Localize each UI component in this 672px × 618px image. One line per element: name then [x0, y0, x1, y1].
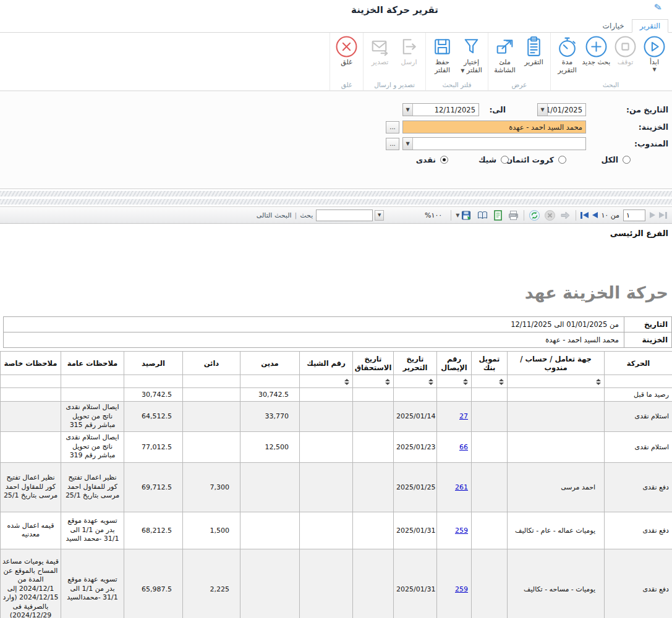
splitter-bar[interactable] [0, 191, 672, 197]
table-row: التاريخ من 01/01/2025 الى 12/11/2025 [4, 317, 672, 332]
sort-icon[interactable] [428, 379, 433, 385]
radio-circle[interactable] [623, 156, 631, 164]
cell-notes-general [61, 388, 124, 402]
table-row: الخزينة محمد السيد احمد - عهدة [4, 332, 672, 348]
treasury-label: الخزينة: [639, 121, 668, 133]
first-page-button[interactable] [579, 211, 590, 220]
cell-issue-date [394, 388, 437, 402]
cell-balance: 69,712.5 [124, 462, 183, 512]
cell-notes-private: قيمة يوميات مساعد المساح بالموقع عن المد… [1, 549, 61, 618]
sort-icon[interactable] [385, 379, 390, 385]
find-next-button[interactable]: البحث التالى [257, 211, 292, 219]
tab-report[interactable]: التقرير [632, 19, 668, 33]
agent-combobox[interactable]: ▼ [402, 137, 586, 150]
print-layout-icon[interactable] [477, 210, 488, 221]
save-icon [431, 35, 454, 58]
sort-cell [394, 375, 437, 388]
sort-icon[interactable] [463, 379, 468, 385]
treasury-browse-button[interactable]: ... [386, 121, 399, 133]
triangle-right-icon [659, 212, 665, 218]
export-button[interactable]: تصدير [365, 34, 394, 67]
ribbon-group-export: ارسل تصدير تصدير و ارسال [363, 33, 425, 90]
stop-label: توقف [618, 59, 633, 67]
plus-circle-icon [585, 35, 608, 58]
choose-filter-button[interactable]: إختيار الفلتر ▼ [457, 34, 486, 75]
date-to-value: 12/11/2025 [413, 106, 478, 114]
page-setup-icon[interactable] [492, 210, 504, 221]
cell-issue-date: 2025/01/31 [394, 549, 437, 618]
date-from-label: التاريخ من: [626, 103, 668, 116]
report-view-button[interactable]: التقرير [519, 34, 548, 67]
chevron-down-icon[interactable]: ▼ [403, 138, 413, 150]
close-button[interactable]: غلق [332, 34, 361, 67]
next-page-button[interactable] [648, 211, 657, 219]
radio-cash[interactable]: نقدى [416, 155, 448, 164]
stop-button[interactable]: توقف [611, 34, 640, 67]
start-button[interactable]: ابدأ ▼ [640, 34, 669, 72]
report-duration-button[interactable]: مدة التقرير [553, 34, 582, 75]
receipt-link[interactable]: 261 [455, 483, 468, 491]
cell-debit: 33,770 [240, 402, 300, 432]
table-header-row: الحركة جهة تعامل / حساب /مندوب تمويل بنك… [1, 352, 672, 375]
cell-balance: 65,987.5 [124, 549, 183, 618]
sort-icon[interactable] [596, 379, 601, 385]
save-filter-button[interactable]: حفظ الفلتر [428, 34, 457, 75]
previous-page-button[interactable] [590, 211, 600, 219]
date-from-combobox[interactable]: 01/01/2025 ▼ [537, 103, 586, 116]
zoom-combobox[interactable]: ١٠٠% ▼ [374, 209, 447, 221]
print-icon[interactable] [508, 210, 519, 221]
splitter-bar[interactable] [0, 199, 672, 205]
send-button[interactable]: ارسل [394, 34, 423, 67]
date-to-combobox[interactable]: 12/11/2025 ▼ [402, 103, 479, 116]
cell-credit: 7,300 [183, 462, 240, 512]
sort-cell [353, 375, 394, 388]
choose-filter-label: إختيار الفلتر ▼ [457, 59, 486, 75]
agent-browse-button[interactable]: ... [386, 138, 399, 150]
receipt-link[interactable]: 259 [455, 585, 468, 593]
cell-due-date [353, 462, 394, 512]
cell-debit: 30,742.5 [240, 388, 300, 402]
cell-movement: دفع نقدى [605, 549, 672, 618]
radio-all[interactable]: الكل [602, 155, 631, 164]
envelope-export-icon [368, 35, 391, 58]
chevron-down-icon[interactable]: ▼ [375, 210, 384, 221]
tab-options[interactable]: خيارات [595, 20, 632, 32]
last-page-button[interactable] [657, 211, 669, 220]
export-dropdown[interactable]: ▼ [454, 208, 475, 222]
cell-receipt: 27 [437, 402, 472, 432]
radio-check[interactable]: شيك [478, 155, 509, 164]
table-row: استلام نقدى 27 2025/01/14 33,770 64,512.… [1, 402, 672, 432]
chevron-down-icon[interactable]: ▼ [538, 104, 548, 116]
chevron-down-icon[interactable]: ▼ [403, 104, 413, 116]
sort-cell [124, 375, 183, 388]
sort-icon[interactable] [499, 379, 504, 385]
search-input[interactable] [316, 210, 373, 221]
send-icon [398, 35, 420, 58]
current-page-input[interactable] [623, 210, 645, 221]
bar-icon [665, 212, 667, 219]
radio-circle-selected[interactable] [440, 156, 448, 164]
refresh-icon[interactable] [529, 210, 540, 221]
col-notes-private: ملاحظات خاصة [1, 352, 61, 375]
cell-check-no [300, 462, 353, 512]
radio-circle[interactable] [501, 156, 509, 164]
cell-balance: 77,012.5 [124, 431, 183, 462]
fullscreen-label: ملئ الشاشة [490, 59, 519, 75]
back-arrow-icon[interactable] [559, 210, 571, 221]
title-bar: ✎ تقرير حركة الخزينة [0, 0, 672, 19]
receipt-link[interactable]: 259 [455, 527, 468, 535]
fullscreen-button[interactable]: ملئ الشاشة [490, 34, 519, 75]
new-search-button[interactable]: بحث جديد [582, 34, 611, 67]
cell-receipt [437, 388, 472, 402]
cell-due-date [353, 512, 394, 549]
stop-loading-icon[interactable] [544, 210, 556, 221]
radio-credit-cards[interactable]: كروت ائتمان [506, 155, 566, 164]
treasury-field[interactable]: محمد السيد احمد - عهدة [402, 121, 586, 133]
radio-circle[interactable] [558, 156, 566, 164]
funnel-icon [460, 35, 483, 58]
sort-icon[interactable] [344, 379, 349, 385]
find-button[interactable]: بحث [300, 211, 313, 219]
receipt-link[interactable]: 66 [459, 443, 468, 451]
receipt-link[interactable]: 27 [459, 412, 468, 420]
ribbon-group-close: غلق غلق [330, 33, 363, 90]
